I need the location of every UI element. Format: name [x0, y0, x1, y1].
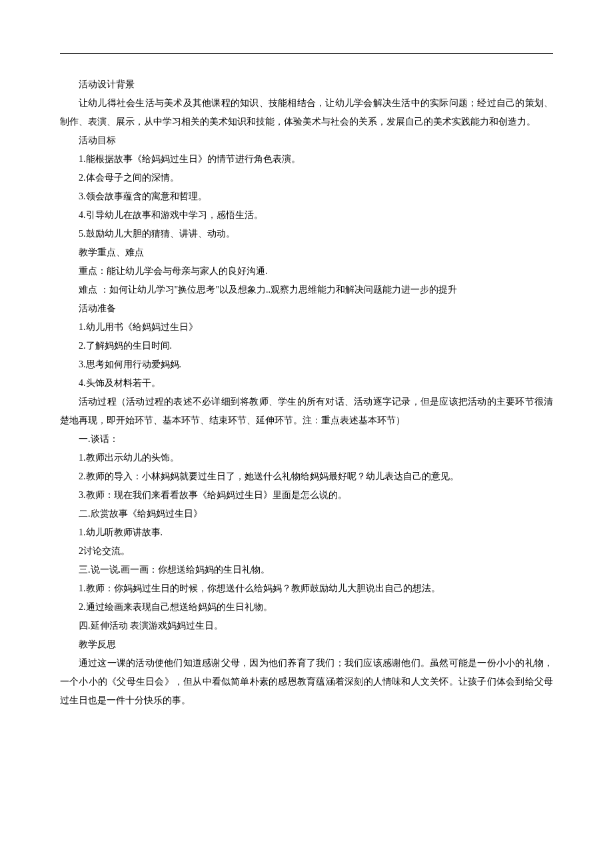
paragraph: 二.欣赏故事《给妈妈过生日》: [60, 505, 553, 523]
paragraph: 1.能根据故事《给妈妈过生日》的情节进行角色表演。: [60, 150, 553, 169]
paragraph: 活动过程（活动过程的表述不必详细到将教师、学生的所有对话、活动逐字记录，但是应该…: [60, 393, 553, 430]
paragraph: 四.延伸活动 表演游戏妈妈过生日。: [60, 617, 553, 635]
paragraph: 2.教师的导入：小林妈妈就要过生日了，她送什么礼物给妈妈最好呢？幼儿表达自己的意…: [60, 467, 553, 486]
paragraph: 重点：能让幼儿学会与母亲与家人的良好沟通.: [60, 262, 553, 281]
paragraph: 教学反思: [60, 635, 553, 654]
paragraph: 5.鼓励幼儿大胆的猜猜、讲讲、动动。: [60, 225, 553, 243]
paragraph: 让幼儿得社会生活与美术及其他课程的知识、技能相结合，让幼儿学会解决生活中的实际问…: [60, 94, 553, 131]
paragraph: 3.思考如何用行动爱妈妈.: [60, 355, 553, 374]
paragraph: 3.教师：现在我们来看看故事《给妈妈过生日》里面是怎么说的。: [60, 486, 553, 505]
paragraph: 1.幼儿用书《给妈妈过生日》: [60, 318, 553, 337]
paragraph: 三.说一说.画一画：你想送给妈妈的生日礼物。: [60, 561, 553, 579]
paragraph: 4.引导幼儿在故事和游戏中学习，感悟生活。: [60, 206, 553, 225]
paragraph: 难点 ：如何让幼儿学习"换位思考"以及想象力..观察力思维能力和解决问题能力进一…: [60, 281, 553, 299]
horizontal-rule: [60, 53, 553, 54]
paragraph: 2.体会母子之间的深情。: [60, 169, 553, 187]
paragraph: 4.头饰及材料若干。: [60, 374, 553, 393]
paragraph: 2.通过绘画来表现自己想送给妈妈的生日礼物。: [60, 598, 553, 617]
document-body: 活动设计背景让幼儿得社会生活与美术及其他课程的知识、技能相结合，让幼儿学会解决生…: [60, 75, 553, 710]
paragraph: 1.幼儿听教师讲故事.: [60, 523, 553, 542]
paragraph: 2讨论交流。: [60, 542, 553, 561]
paragraph: 教学重点、难点: [60, 243, 553, 262]
paragraph: 2.了解妈妈的生日时间.: [60, 337, 553, 355]
paragraph: 活动设计背景: [60, 75, 553, 94]
paragraph: 3.领会故事蕴含的寓意和哲理。: [60, 187, 553, 206]
paragraph: 通过这一课的活动使他们知道感谢父母，因为他们养育了我们；我们应该感谢他们。虽然可…: [60, 654, 553, 710]
paragraph: 活动准备: [60, 299, 553, 318]
paragraph: 活动目标: [60, 131, 553, 150]
paragraph: 1.教师：你妈妈过生日的时候，你想送什么给妈妈？教师鼓励幼儿大胆说出自己的想法。: [60, 579, 553, 598]
paragraph: 一.谈话：: [60, 430, 553, 449]
paragraph: 1.教师出示幼儿的头饰。: [60, 449, 553, 467]
